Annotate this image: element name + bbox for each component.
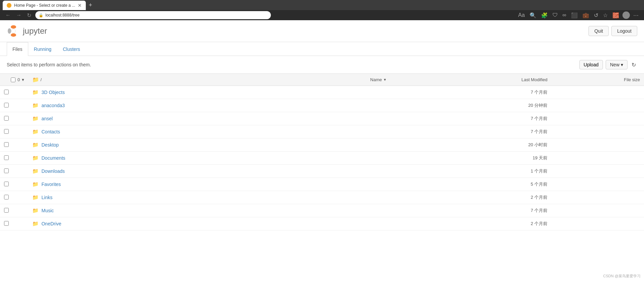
row-checkbox-cell — [0, 99, 28, 112]
forward-button[interactable]: → — [15, 11, 23, 19]
file-link-8[interactable]: Links — [41, 195, 52, 200]
star-icon[interactable]: ☆ — [602, 11, 609, 19]
user-avatar[interactable] — [622, 11, 630, 19]
modified-column-header[interactable]: Last Modified — [397, 74, 551, 86]
row-checkbox-6[interactable] — [4, 168, 9, 173]
table-row: 📁 Documents 19 天前 — [0, 152, 644, 165]
refresh-button[interactable]: ↻ — [26, 11, 33, 19]
lock-icon: 🔒 — [39, 13, 43, 18]
row-size-cell — [551, 138, 644, 152]
address-bar[interactable]: 🔒 localhost:8888/tree — [35, 11, 271, 19]
refresh2-icon[interactable]: ↺ — [593, 11, 600, 19]
row-size-cell — [551, 99, 644, 112]
row-checkbox-4[interactable] — [4, 142, 9, 147]
table-row: 📁 Music 7 个月前 — [0, 204, 644, 217]
table-row: 📁 Downloads 1 个月前 — [0, 165, 644, 178]
svg-point-1 — [11, 33, 16, 37]
row-checkbox-10[interactable] — [4, 221, 9, 226]
row-size-cell — [551, 204, 644, 217]
file-link-5[interactable]: Documents — [41, 155, 65, 161]
select-all-checkbox[interactable] — [11, 77, 15, 82]
file-table-body: 📁 3D Objects 7 个月前 📁 anaconda3 20 分钟前 — [0, 86, 644, 230]
row-checkbox-cell — [0, 125, 28, 138]
header-checkbox-cell: 0 ▾ — [0, 74, 28, 86]
refresh-files-button[interactable]: ↻ — [630, 60, 637, 69]
row-checkbox-cell — [0, 165, 28, 178]
row-checkbox-1[interactable] — [4, 103, 9, 107]
svg-point-3 — [11, 29, 15, 33]
row-name-cell: 📁 Contacts — [28, 125, 397, 138]
new-tab-button[interactable]: + — [86, 0, 95, 10]
row-modified-cell: 1 个月前 — [397, 165, 551, 178]
row-modified-cell: 19 天前 — [397, 152, 551, 165]
tab-close-icon[interactable]: ✕ — [78, 3, 82, 8]
file-link-3[interactable]: Contacts — [41, 129, 60, 134]
row-checkbox-8[interactable] — [4, 195, 9, 199]
file-link-0[interactable]: 3D Objects — [41, 90, 65, 95]
infinity-icon[interactable]: ∞ — [561, 11, 568, 19]
row-name-cell: 📁 Desktop — [28, 138, 397, 152]
file-link-1[interactable]: anaconda3 — [41, 103, 65, 108]
upload-button[interactable]: Upload — [579, 60, 603, 69]
header-buttons: Quit Logout — [588, 26, 637, 36]
tab-running[interactable]: Running — [28, 42, 57, 56]
svg-point-0 — [11, 25, 16, 29]
file-table: 0 ▾ 📁 / Name ▼ Last Modified — [0, 73, 644, 230]
shield-icon[interactable]: 🛡 — [551, 11, 559, 19]
settings-icon[interactable]: ⋯ — [632, 11, 640, 19]
dropdown-arrow-icon: ▾ — [621, 62, 623, 67]
breadcrumb-cell: 📁 / Name ▼ — [28, 74, 397, 86]
size-column-header[interactable]: File size — [551, 74, 644, 86]
row-size-cell — [551, 178, 644, 191]
folder-icon: 📁 — [32, 181, 39, 187]
row-checkbox-cell — [0, 217, 28, 230]
new-dropdown-button[interactable]: New ▾ — [606, 60, 628, 69]
row-name-cell: 📁 anaconda3 — [28, 99, 397, 112]
search-icon[interactable]: 🔍 — [528, 11, 538, 19]
folder-icon: 📁 — [32, 102, 39, 108]
file-link-10[interactable]: OneDrive — [41, 221, 61, 226]
screenshot-icon[interactable]: ⬛ — [570, 11, 579, 19]
row-modified-cell: 2 个月前 — [397, 217, 551, 230]
row-checkbox-9[interactable] — [4, 208, 9, 213]
row-size-cell — [551, 165, 644, 178]
main-tab-bar: Files Running Clusters — [0, 42, 644, 56]
row-size-cell — [551, 125, 644, 138]
quit-button[interactable]: Quit — [588, 26, 609, 36]
row-modified-cell: 7 个月前 — [397, 112, 551, 125]
row-checkbox-cell — [0, 178, 28, 191]
row-size-cell — [551, 191, 644, 204]
extension2-icon[interactable]: 🧱 — [611, 11, 620, 19]
browser-tab-active[interactable]: Home Page - Select or create a ... ✕ — [3, 1, 86, 10]
jupyter-logo-icon — [7, 24, 20, 38]
logout-button[interactable]: Logout — [611, 26, 637, 36]
name-sort-header[interactable]: Name ▼ — [370, 77, 387, 82]
tab-clusters[interactable]: Clusters — [57, 42, 86, 56]
folder-icon: 📁 — [32, 221, 39, 227]
file-browser-toolbar: Select items to perform actions on them.… — [0, 56, 644, 73]
table-row: 📁 Favorites 5 个月前 — [0, 178, 644, 191]
row-modified-cell: 2 个月前 — [397, 191, 551, 204]
file-link-7[interactable]: Favorites — [41, 182, 61, 187]
tab-files[interactable]: Files — [7, 42, 28, 56]
file-link-6[interactable]: Downloads — [41, 168, 65, 174]
wallet-icon[interactable]: 💼 — [581, 11, 591, 19]
row-checkbox-7[interactable] — [4, 182, 9, 186]
extension-icon[interactable]: 🧩 — [540, 11, 549, 19]
row-checkbox-5[interactable] — [4, 155, 9, 160]
browser-nav-bar: ← → ↻ 🔒 localhost:8888/tree Aa 🔍 🧩 🛡 ∞ ⬛… — [0, 10, 644, 20]
folder-icon: 📁 — [32, 129, 39, 135]
row-checkbox-2[interactable] — [4, 116, 9, 121]
row-checkbox-cell — [0, 138, 28, 152]
back-button[interactable]: ← — [4, 11, 12, 19]
select-dropdown-icon[interactable]: ▾ — [22, 77, 24, 82]
file-link-9[interactable]: Music — [41, 208, 54, 213]
file-link-2[interactable]: ansel — [41, 116, 52, 121]
table-row: 📁 ansel 7 个月前 — [0, 112, 644, 125]
reader-icon[interactable]: Aa — [517, 11, 526, 19]
table-row: 📁 anaconda3 20 分钟前 — [0, 99, 644, 112]
row-checkbox-0[interactable] — [4, 90, 9, 94]
file-link-4[interactable]: Desktop — [41, 142, 59, 148]
row-name-cell: 📁 ansel — [28, 112, 397, 125]
row-checkbox-3[interactable] — [4, 129, 9, 134]
